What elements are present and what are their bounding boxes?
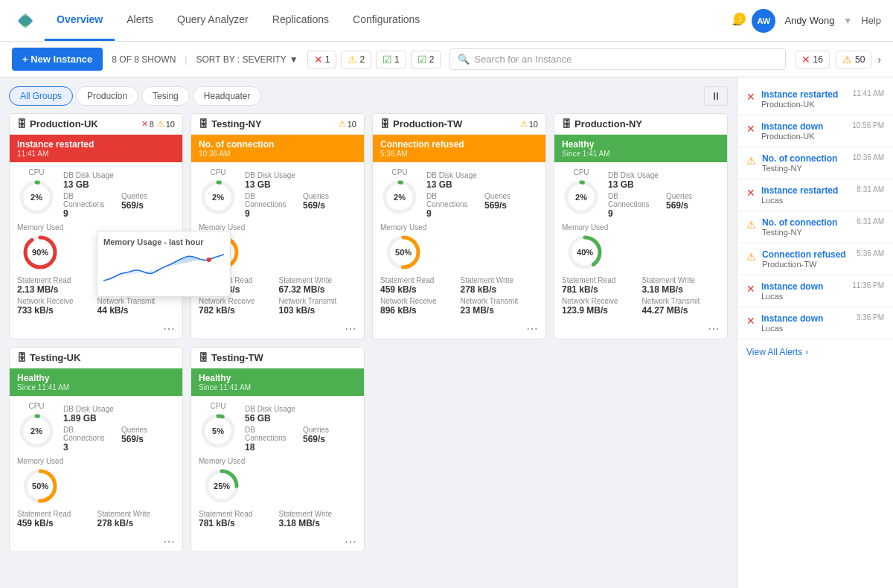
card-footer: ⋯ bbox=[554, 319, 727, 339]
alert-item[interactable]: ✕ Instance down Lucas 3:36 PM bbox=[737, 307, 893, 339]
filter-error-badge[interactable]: ✕ 1 bbox=[307, 51, 337, 68]
group-tab-all[interactable]: All Groups bbox=[9, 86, 73, 106]
memory-gauge: Memory Used 50% bbox=[380, 223, 426, 272]
tab-query-analyzer[interactable]: Query Analyzer bbox=[165, 0, 260, 41]
error-icon: ✕ bbox=[746, 91, 755, 103]
empty-card-placeholder bbox=[372, 347, 546, 552]
memory-value: 90% bbox=[32, 248, 48, 257]
alert-time: 10:36 AM bbox=[853, 153, 884, 162]
status-time: 5:36 AM bbox=[380, 150, 538, 158]
status-time: Since 11:41 AM bbox=[199, 383, 356, 392]
toolbar-right: ✕ 16 ⚠ 50 › bbox=[795, 51, 881, 68]
net-transmit-metric: Network Transmit 44.27 MB/s bbox=[642, 297, 720, 316]
card-title: 🗄 Testing-TW bbox=[199, 352, 263, 363]
avatar[interactable]: AW bbox=[752, 9, 775, 33]
warn-count-badge[interactable]: ⚠ 50 bbox=[836, 51, 871, 68]
new-instance-button[interactable]: + New Instance bbox=[12, 48, 103, 71]
group-tab-testing[interactable]: Tesing bbox=[141, 86, 190, 106]
status-bar: Healthy Since 11:41 AM bbox=[10, 368, 182, 396]
db-icon: 🗄 bbox=[17, 118, 27, 130]
card-footer: ⋯ bbox=[191, 531, 364, 552]
tab-replications[interactable]: Replications bbox=[260, 0, 341, 41]
card-header: 🗄 Testing-UK bbox=[10, 348, 182, 368]
queries-metric: Queries 569/s bbox=[484, 192, 538, 219]
sort-button[interactable]: SORT BY : SEVERITY ▼ bbox=[196, 54, 298, 65]
more-options-icon[interactable]: ⋯ bbox=[526, 322, 538, 336]
search-input[interactable]: 🔍 Search for an Instance bbox=[449, 48, 785, 70]
nav-chevron-right-icon[interactable]: › bbox=[877, 54, 881, 65]
alert-item[interactable]: ⚠ Connection refused Production-TW 5:36 … bbox=[737, 243, 893, 275]
sort-chevron-icon: ▼ bbox=[289, 54, 298, 65]
more-options-icon[interactable]: ⋯ bbox=[345, 534, 356, 549]
cpu-label: CPU bbox=[210, 168, 225, 176]
alert-item[interactable]: ⚠ No. of connection Testing-NY 10:36 AM bbox=[737, 147, 893, 179]
more-options-icon[interactable]: ⋯ bbox=[163, 534, 175, 549]
instances-grid: 🗄 Production-UK ✕8 ⚠10 Instance restarte… bbox=[9, 113, 728, 339]
error-icon: ✕ bbox=[746, 187, 755, 199]
alert-title: Instance restarted bbox=[761, 89, 847, 100]
tooltip-title: Memory Usage - last hour bbox=[103, 237, 224, 246]
db-disk-metric: DB Disk Usage 56 GB bbox=[245, 405, 298, 424]
db-disk-metric: DB Disk Usage 13 GB bbox=[245, 171, 298, 190]
x-red-icon: ✕ bbox=[801, 54, 810, 65]
memory-label: Memory Used bbox=[562, 223, 608, 231]
alert-item[interactable]: ✕ Instance restarted Lucas 8:31 AM bbox=[737, 179, 893, 211]
alert-time: 3:36 PM bbox=[857, 313, 884, 322]
net-transmit-metric: Network Transmit 44 kB/s bbox=[97, 297, 176, 316]
cpu-circle: 2% bbox=[380, 178, 419, 217]
db-connections-metric: DB Connections 9 bbox=[245, 192, 298, 219]
alert-title: Instance down bbox=[761, 281, 846, 292]
status-time: Since 1:41 AM bbox=[562, 150, 720, 158]
alert-item[interactable]: ⚠ No. of connection Testing-NY 6:31 AM bbox=[737, 211, 893, 243]
alert-content: Connection refused Production-TW bbox=[762, 249, 851, 269]
group-tab-production[interactable]: Producion bbox=[76, 86, 138, 106]
alert-content: Instance restarted Production-UK bbox=[761, 89, 847, 109]
memory-gauge: Memory Used 40% bbox=[562, 223, 608, 272]
card-footer: ⋯ bbox=[191, 319, 364, 339]
alert-title: Instance restarted bbox=[761, 185, 851, 196]
cpu-value: 2% bbox=[31, 193, 42, 202]
alert-item[interactable]: ✕ Instance down Lucas 11:36 PM bbox=[737, 275, 893, 307]
stmt-read-metric: Statement Read 781 kB/s bbox=[199, 510, 277, 528]
notifications-bell[interactable]: 🔔 1 bbox=[732, 16, 743, 26]
db-disk-metric: DB Disk Usage 13 GB bbox=[426, 171, 480, 190]
net-receive-metric: Network Receive 733 kB/s bbox=[17, 297, 95, 316]
card-bottom-metrics: Statement Read 459 kB/s Statement Write … bbox=[10, 505, 182, 531]
tab-overview[interactable]: Overview bbox=[45, 0, 115, 41]
alert-time: 8:31 AM bbox=[857, 185, 884, 194]
card-alerts: ⚠10 bbox=[520, 119, 538, 129]
view-all-alerts-link[interactable]: View All Alerts › bbox=[737, 339, 893, 365]
db-disk-metric: DB Disk Usage 13 GB bbox=[63, 171, 117, 190]
tab-alerts[interactable]: Alerts bbox=[115, 0, 165, 41]
memory-circle: 25% bbox=[202, 467, 241, 505]
queries-metric: Queries 569/s bbox=[121, 426, 175, 453]
memory-gauge: Memory Used 90% bbox=[17, 223, 63, 272]
instance-card: 🗄 Production-UK ✕8 ⚠10 Instance restarte… bbox=[9, 113, 183, 339]
pause-button[interactable]: ⏸ bbox=[704, 86, 728, 106]
cpu-value: 2% bbox=[575, 193, 587, 202]
status-label: Healthy bbox=[17, 373, 175, 383]
card-title: 🗄 Production-TW bbox=[380, 118, 462, 130]
chevron-right-icon: › bbox=[805, 347, 808, 357]
tab-configurations[interactable]: Configurations bbox=[341, 0, 432, 41]
filter-warn1-badge[interactable]: ⚠ 2 bbox=[341, 51, 371, 68]
net-receive-metric: Network Receive 123.9 MB/s bbox=[562, 297, 640, 316]
more-options-icon[interactable]: ⋯ bbox=[345, 322, 356, 336]
more-options-icon[interactable]: ⋯ bbox=[163, 322, 175, 336]
filter-check1-badge[interactable]: ☑ 1 bbox=[376, 51, 406, 68]
error-count-badge[interactable]: ✕ 16 bbox=[795, 51, 830, 68]
alert-sub: Lucas bbox=[761, 292, 846, 301]
status-time: Since 11:41 AM bbox=[17, 383, 175, 392]
filter-check2-badge[interactable]: ☑ 2 bbox=[411, 51, 441, 68]
memory-value: 50% bbox=[395, 248, 412, 257]
help-button[interactable]: Help bbox=[861, 15, 881, 26]
group-tab-headquater[interactable]: Headquater bbox=[193, 86, 262, 106]
alert-item[interactable]: ✕ Instance restarted Production-UK 11:41… bbox=[737, 83, 893, 115]
db-connections-metric: DB Connections 9 bbox=[608, 192, 662, 219]
status-label: Healthy bbox=[562, 139, 720, 150]
more-options-icon[interactable]: ⋯ bbox=[708, 322, 720, 336]
memory-label: Memory Used bbox=[380, 223, 426, 231]
db-disk-metric: DB Disk Usage 13 GB bbox=[608, 171, 662, 190]
db-connections-metric: DB Connections 3 bbox=[63, 426, 117, 453]
alert-item[interactable]: ✕ Instance down Production-UK 10:56 PM bbox=[737, 115, 893, 147]
